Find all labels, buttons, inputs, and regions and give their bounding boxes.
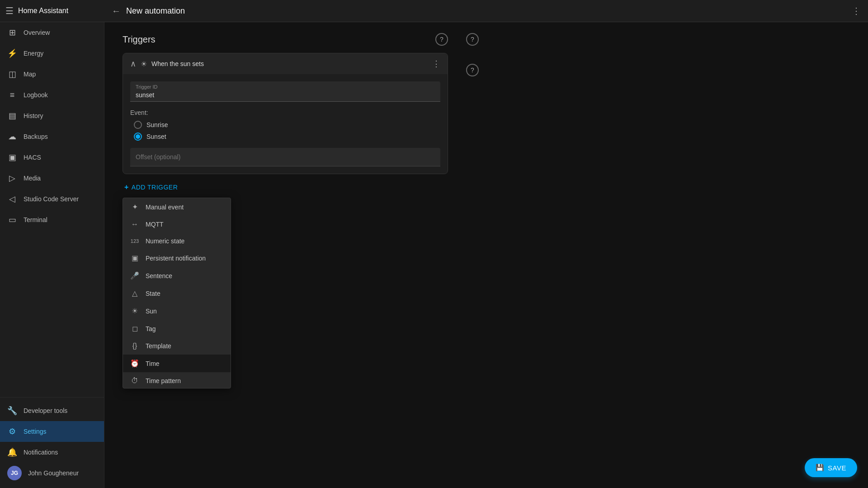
event-radio-group: Sunrise Sunset <box>130 121 440 141</box>
sidebar-item-label: Terminal <box>24 216 47 223</box>
triggers-section-header: Triggers ? <box>123 33 448 46</box>
trigger-card-more-icon[interactable]: ⋮ <box>432 59 440 69</box>
sidebar-item-label: Settings <box>24 428 47 435</box>
sidebar-item-label: Media <box>24 175 41 182</box>
dropdown-item-label: MQTT <box>146 221 164 228</box>
developer-tools-icon: 🔧 <box>7 406 17 416</box>
energy-icon: ⚡ <box>7 48 17 58</box>
sunset-radio[interactable]: Sunset <box>134 133 440 141</box>
actions-header: ? <box>466 64 692 76</box>
dropdown-item-time-pattern[interactable]: ⏱ Time pattern <box>123 372 231 388</box>
conditions-help-icon[interactable]: ? <box>466 33 479 46</box>
sidebar-item-label: History <box>24 112 43 119</box>
save-button[interactable]: 💾 SAVE <box>805 458 857 477</box>
actions-panel: ? <box>466 64 692 76</box>
sidebar-item-hacs[interactable]: ▣ HACS <box>0 147 104 168</box>
sidebar-item-label: Developer tools <box>24 407 67 414</box>
app-title: Home Assistant <box>18 7 68 15</box>
page-title: New automation <box>126 6 185 16</box>
manual-event-icon: ✦ <box>130 203 139 211</box>
sidebar-item-label: Notifications <box>24 449 58 456</box>
chevron-up-icon[interactable]: ∧ <box>130 59 136 69</box>
menu-icon[interactable]: ☰ <box>5 5 14 16</box>
add-trigger-label: ADD TRIGGER <box>132 184 178 191</box>
triggers-help-icon[interactable]: ? <box>435 33 448 46</box>
dropdown-item-label: Tag <box>146 325 156 332</box>
trigger-id-input[interactable] <box>130 81 440 102</box>
actions-help-icon[interactable]: ? <box>466 64 479 76</box>
sidebar-item-settings[interactable]: ⚙ Settings <box>0 421 104 442</box>
avatar: JG <box>7 466 22 480</box>
settings-icon: ⚙ <box>7 426 17 436</box>
sidebar-item-history[interactable]: ▤ History <box>0 105 104 126</box>
trigger-card-header: ∧ ☀ When the sun sets ⋮ <box>123 53 448 74</box>
notifications-icon: 🔔 <box>7 447 17 457</box>
add-trigger-container: + ADD TRIGGER ✦ Manual event ↔ MQTT <box>123 180 179 195</box>
conditions-panel: ? <box>466 33 692 46</box>
main-content: Triggers ? ∧ ☀ When the sun sets ⋮ Trigg… <box>104 22 868 488</box>
sidebar-item-label: Studio Code Server <box>24 195 79 203</box>
dropdown-item-sun[interactable]: ☀ Sun <box>123 302 231 320</box>
main-layout: ⊞ Overview ⚡ Energy ◫ Map ≡ Logbook ▤ Hi… <box>0 22 868 488</box>
dropdown-item-mqtt[interactable]: ↔ MQTT <box>123 216 231 233</box>
more-options-icon[interactable]: ⋮ <box>852 5 861 16</box>
dropdown-item-label: Persistent notification <box>146 255 206 262</box>
hacs-icon: ▣ <box>7 152 17 162</box>
dropdown-item-label: Sentence <box>146 272 172 280</box>
save-icon: 💾 <box>816 464 825 472</box>
sunset-label: Sunset <box>146 133 166 140</box>
template-icon: {} <box>130 342 139 350</box>
sidebar-item-label: HACS <box>24 154 41 161</box>
sidebar-item-user[interactable]: JG John Gougheneur <box>0 463 104 483</box>
sidebar-item-backups[interactable]: ☁ Backups <box>0 126 104 147</box>
triggers-title: Triggers <box>123 34 156 45</box>
sun-icon: ☀ <box>130 307 139 315</box>
terminal-icon: ▭ <box>7 215 17 225</box>
dropdown-item-label: State <box>146 290 160 297</box>
sun-trigger-icon: ☀ <box>141 60 147 68</box>
logbook-icon: ≡ <box>7 90 17 100</box>
sidebar-item-media[interactable]: ▷ Media <box>0 168 104 189</box>
dropdown-item-label: Time pattern <box>146 377 181 384</box>
sunrise-radio[interactable]: Sunrise <box>134 121 440 129</box>
trigger-card-body: Trigger ID Event: Sunrise Su <box>123 74 448 174</box>
map-icon: ◫ <box>7 69 17 79</box>
sidebar-item-logbook[interactable]: ≡ Logbook <box>0 85 104 105</box>
sidebar-item-label: Backups <box>24 133 48 140</box>
sunrise-radio-circle <box>134 121 142 129</box>
dropdown-item-time[interactable]: ⏰ Time <box>123 355 231 372</box>
trigger-type-dropdown: ✦ Manual event ↔ MQTT 123 Numeric state <box>123 198 231 389</box>
back-button[interactable]: ← <box>112 6 121 16</box>
sidebar-item-energy[interactable]: ⚡ Energy <box>0 43 104 64</box>
sidebar-item-overview[interactable]: ⊞ Overview <box>0 22 104 43</box>
tag-icon: ◻ <box>130 324 139 333</box>
sentence-icon: 🎤 <box>130 271 139 280</box>
dropdown-item-label: Numeric state <box>146 237 184 245</box>
dropdown-item-persistent-notification[interactable]: ▣ Persistent notification <box>123 249 231 267</box>
sidebar-item-developer-tools[interactable]: 🔧 Developer tools <box>0 400 104 421</box>
user-name-label: John Gougheneur <box>28 469 79 477</box>
sidebar-item-studio-code-server[interactable]: ◁ Studio Code Server <box>0 189 104 209</box>
sidebar: ⊞ Overview ⚡ Energy ◫ Map ≡ Logbook ▤ Hi… <box>0 22 104 488</box>
studio-code-icon: ◁ <box>7 194 17 204</box>
sidebar-item-notifications[interactable]: 🔔 Notifications <box>0 442 104 463</box>
dropdown-item-manual-event[interactable]: ✦ Manual event <box>123 198 231 216</box>
dropdown-scroll[interactable]: ✦ Manual event ↔ MQTT 123 Numeric state <box>123 198 231 388</box>
dropdown-item-state[interactable]: △ State <box>123 284 231 302</box>
dropdown-item-numeric-state[interactable]: 123 Numeric state <box>123 233 231 249</box>
dropdown-item-template[interactable]: {} Template <box>123 337 231 355</box>
offset-input[interactable] <box>130 148 440 166</box>
state-icon: △ <box>130 289 139 298</box>
save-label: SAVE <box>828 464 846 472</box>
topbar: ☰ Home Assistant ← New automation ⋮ <box>0 0 868 22</box>
topbar-center: ← New automation <box>104 6 844 16</box>
time-icon: ⏰ <box>130 359 139 368</box>
trigger-card-title: When the sun sets <box>151 60 428 67</box>
sidebar-item-map[interactable]: ◫ Map <box>0 64 104 85</box>
sunrise-label: Sunrise <box>146 121 168 128</box>
add-trigger-button[interactable]: + ADD TRIGGER <box>123 180 179 195</box>
sidebar-item-terminal[interactable]: ▭ Terminal <box>0 209 104 230</box>
dropdown-item-sentence[interactable]: 🎤 Sentence <box>123 267 231 284</box>
dropdown-item-tag[interactable]: ◻ Tag <box>123 320 231 337</box>
event-label: Event: <box>130 109 440 116</box>
